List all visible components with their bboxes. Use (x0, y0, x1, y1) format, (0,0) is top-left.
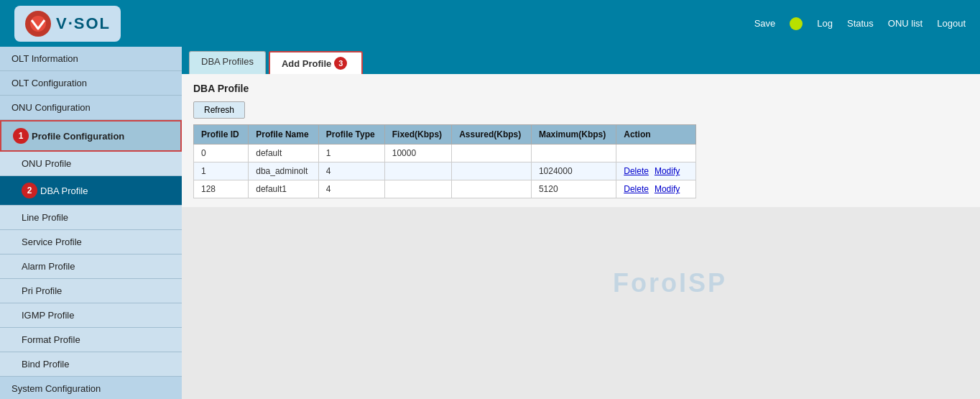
col-action: Action (616, 125, 696, 145)
profile-config-row: 1 Profile Configuration (13, 128, 169, 144)
action-modify-link[interactable]: Modify (655, 166, 680, 176)
page-title: DBA Profile (193, 83, 969, 94)
cell-2: 4 (318, 180, 384, 198)
sidebar-item-system-configuration[interactable]: System Configuration (0, 377, 182, 399)
sidebar-item-alarm-profile[interactable]: Alarm Profile (0, 254, 182, 279)
cell-3: 10000 (384, 145, 451, 162)
sidebar-item-bind-profile[interactable]: Bind Profile (0, 352, 182, 377)
cell-4 (452, 180, 532, 198)
cell-4 (452, 145, 532, 162)
tab-add-profile[interactable]: Add Profile 3 (269, 51, 363, 74)
col-assured-kbps: Assured(Kbps) (452, 125, 532, 145)
action-delete-link[interactable]: Delete (624, 184, 649, 194)
table-header-row: Profile ID Profile Name Profile Type Fix… (194, 125, 696, 145)
header: V·SOL Save Log Status ONU list Logout (0, 0, 980, 47)
sidebar-item-onu-configuration[interactable]: ONU Configuration (0, 96, 182, 120)
sidebar-item-dba-profile[interactable]: 2 DBA Profile (0, 176, 182, 206)
logout-link[interactable]: Logout (937, 18, 966, 29)
col-fixed-kbps: Fixed(Kbps) (384, 125, 451, 145)
cell-5: 1024000 (531, 162, 616, 180)
cell-3 (384, 180, 451, 198)
table-row: 0default110000 (194, 145, 696, 162)
sidebar-item-line-profile[interactable]: Line Profile (0, 206, 182, 230)
cell-3 (384, 162, 451, 180)
status-link[interactable]: Status (847, 18, 874, 29)
sidebar-item-pri-profile[interactable]: Pri Profile (0, 279, 182, 303)
sidebar-item-service-profile[interactable]: Service Profile (0, 230, 182, 254)
dba-profile-row: 2 DBA Profile (22, 183, 170, 198)
logo-area: V·SOL (14, 6, 121, 42)
action-delete-link[interactable]: Delete (624, 166, 649, 176)
layout: OLT Information OLT Configuration ONU Co… (0, 47, 980, 399)
cell-0: 0 (194, 145, 249, 162)
col-maximum-kbps: Maximum(Kbps) (531, 125, 616, 145)
watermark: ForoISP (613, 268, 727, 298)
cell-action (616, 145, 696, 162)
cell-1: default (249, 145, 319, 162)
cell-5 (531, 145, 616, 162)
table-row: 128default145120DeleteModify (194, 180, 696, 198)
badge-1: 1 (13, 128, 29, 144)
sidebar-item-format-profile[interactable]: Format Profile (0, 328, 182, 352)
col-profile-id: Profile ID (194, 125, 249, 145)
sidebar-item-olt-information[interactable]: OLT Information (0, 47, 182, 71)
tabs-bar: DBA Profiles Add Profile 3 (182, 47, 980, 74)
cell-0: 128 (194, 180, 249, 198)
sidebar-item-igmp-profile[interactable]: IGMP Profile (0, 303, 182, 328)
cell-action: DeleteModify (616, 162, 696, 180)
badge-3: 3 (334, 57, 347, 70)
cell-action: DeleteModify (616, 180, 696, 198)
cell-1: default1 (249, 180, 319, 198)
logo-text: V·SOL (56, 14, 111, 33)
main-content: DBA Profiles Add Profile 3 DBA Profile R… (182, 47, 980, 399)
content-area: DBA Profile Refresh ForoISP Profile ID P… (182, 74, 980, 207)
cell-2: 1 (318, 145, 384, 162)
sidebar-item-onu-profile[interactable]: ONU Profile (0, 152, 182, 176)
dba-profile-table: Profile ID Profile Name Profile Type Fix… (193, 124, 696, 198)
cell-4 (452, 162, 532, 180)
cell-5: 5120 (531, 180, 616, 198)
tab-dba-profiles[interactable]: DBA Profiles (189, 51, 266, 74)
sidebar-item-profile-configuration[interactable]: 1 Profile Configuration (0, 120, 182, 152)
badge-2: 2 (22, 183, 37, 198)
log-link[interactable]: Log (817, 18, 833, 29)
col-profile-name: Profile Name (249, 125, 319, 145)
cell-2: 4 (318, 162, 384, 180)
action-modify-link[interactable]: Modify (655, 184, 680, 194)
sidebar-item-olt-configuration[interactable]: OLT Configuration (0, 71, 182, 96)
cell-0: 1 (194, 162, 249, 180)
onu-list-link[interactable]: ONU list (888, 18, 923, 29)
col-profile-type: Profile Type (318, 125, 384, 145)
table-row: 1dba_adminolt41024000DeleteModify (194, 162, 696, 180)
header-right: Save Log Status ONU list Logout (754, 17, 966, 30)
save-button[interactable]: Save (754, 18, 776, 29)
cell-1: dba_adminolt (249, 162, 319, 180)
sidebar: OLT Information OLT Configuration ONU Co… (0, 47, 182, 399)
status-dot (790, 17, 803, 30)
refresh-button[interactable]: Refresh (193, 101, 245, 119)
vsol-logo-icon (24, 10, 52, 37)
